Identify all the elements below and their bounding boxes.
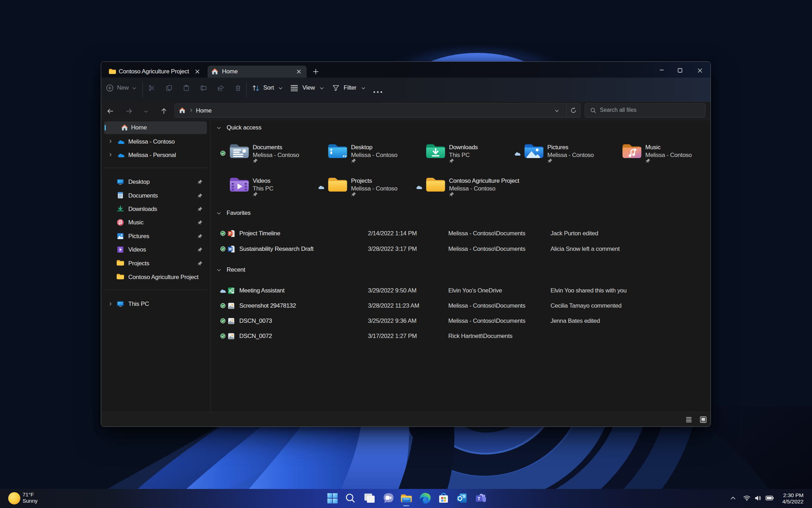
svg-text:T: T bbox=[478, 496, 480, 501]
